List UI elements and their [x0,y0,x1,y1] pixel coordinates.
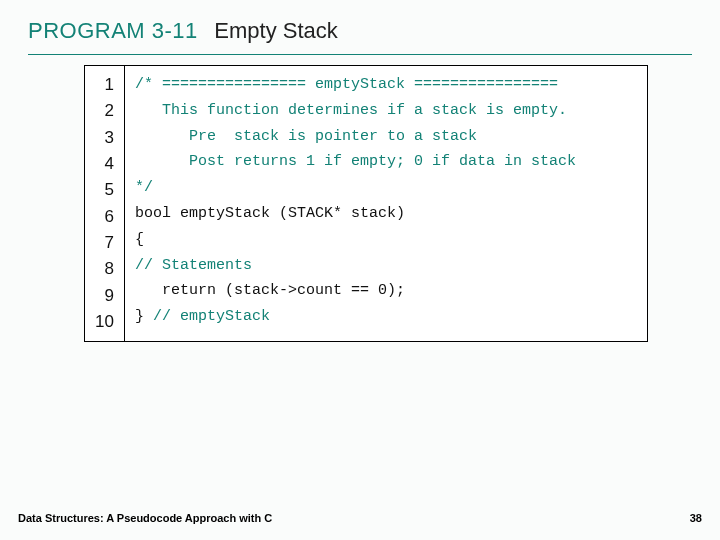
code-line: // Statements [135,253,635,279]
code-line: return (stack->count == 0); [135,278,635,304]
line-number: 5 [95,177,114,203]
code-line: Pre stack is pointer to a stack [135,124,635,150]
page-number: 38 [690,512,702,524]
code-listing: 12345678910 /* ================ emptySta… [84,65,648,342]
code-line: /* ================ emptyStack =========… [135,72,635,98]
program-header: PROGRAM 3-11 Empty Stack [0,0,720,50]
line-number: 1 [95,72,114,98]
line-number: 6 [95,204,114,230]
program-title: Empty Stack [214,18,337,43]
header-rule [28,54,692,55]
page-footer: Data Structures: A Pseudocode Approach w… [18,512,702,524]
line-number: 2 [95,98,114,124]
line-number: 8 [95,256,114,282]
code-line: } // emptyStack [135,304,635,330]
code-line: bool emptyStack (STACK* stack) [135,201,635,227]
program-label: PROGRAM 3-11 [28,18,198,43]
line-number: 4 [95,151,114,177]
code-body: /* ================ emptyStack =========… [125,66,647,341]
line-number-gutter: 12345678910 [85,66,125,341]
line-number: 10 [95,309,114,335]
line-number: 7 [95,230,114,256]
line-number: 9 [95,283,114,309]
code-line: */ [135,175,635,201]
code-line: This function determines if a stack is e… [135,98,635,124]
code-line: Post returns 1 if empty; 0 if data in st… [135,149,635,175]
code-line: { [135,227,635,253]
line-number: 3 [95,125,114,151]
book-title: Data Structures: A Pseudocode Approach w… [18,512,272,524]
